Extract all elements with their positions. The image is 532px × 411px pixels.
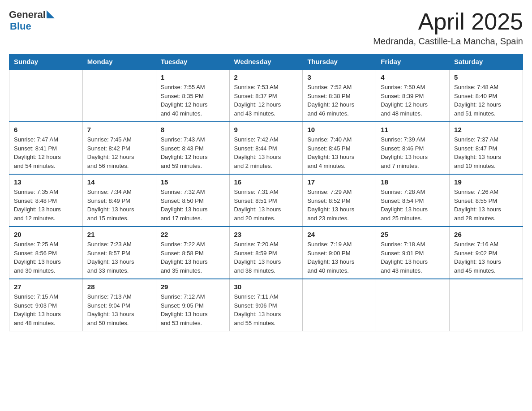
day-info: Sunrise: 7:19 AM Sunset: 9:00 PM Dayligh… (307, 240, 371, 275)
day-info: Sunrise: 7:45 AM Sunset: 8:42 PM Dayligh… (87, 135, 151, 170)
calendar-cell: 17Sunrise: 7:29 AM Sunset: 8:52 PM Dayli… (303, 174, 376, 227)
day-info: Sunrise: 7:28 AM Sunset: 8:54 PM Dayligh… (381, 188, 445, 223)
logo-general: General (9, 9, 46, 21)
calendar-cell: 24Sunrise: 7:19 AM Sunset: 9:00 PM Dayli… (303, 227, 376, 279)
calendar-cell: 25Sunrise: 7:18 AM Sunset: 9:01 PM Dayli… (376, 227, 450, 279)
calendar-cell: 12Sunrise: 7:37 AM Sunset: 8:47 PM Dayli… (450, 122, 523, 174)
day-number: 29 (161, 283, 225, 291)
calendar-cell: 2Sunrise: 7:53 AM Sunset: 8:37 PM Daylig… (229, 69, 303, 122)
day-number: 28 (87, 283, 151, 291)
weekday-header-tuesday: Tuesday (156, 54, 229, 70)
svg-marker-0 (47, 10, 55, 18)
calendar-cell: 4Sunrise: 7:50 AM Sunset: 8:39 PM Daylig… (376, 69, 450, 122)
day-info: Sunrise: 7:39 AM Sunset: 8:46 PM Dayligh… (381, 135, 445, 170)
day-number: 3 (307, 73, 371, 81)
day-number: 30 (234, 283, 298, 291)
weekday-header-monday: Monday (82, 54, 156, 70)
calendar-cell: 23Sunrise: 7:20 AM Sunset: 8:59 PM Dayli… (229, 227, 303, 279)
week-row-5: 27Sunrise: 7:15 AM Sunset: 9:03 PM Dayli… (9, 279, 523, 331)
day-number: 17 (307, 178, 371, 186)
day-number: 13 (14, 178, 78, 186)
calendar-header-row: SundayMondayTuesdayWednesdayThursdayFrid… (9, 54, 523, 70)
calendar-cell: 8Sunrise: 7:43 AM Sunset: 8:43 PM Daylig… (156, 122, 229, 174)
day-info: Sunrise: 7:12 AM Sunset: 9:05 PM Dayligh… (161, 292, 225, 327)
calendar-cell (376, 279, 450, 331)
day-info: Sunrise: 7:26 AM Sunset: 8:55 PM Dayligh… (454, 188, 518, 223)
logo: General Blue (9, 9, 55, 32)
calendar-cell: 28Sunrise: 7:13 AM Sunset: 9:04 PM Dayli… (82, 279, 156, 331)
calendar-cell: 14Sunrise: 7:34 AM Sunset: 8:49 PM Dayli… (82, 174, 156, 227)
day-number: 7 (87, 126, 151, 133)
day-info: Sunrise: 7:16 AM Sunset: 9:02 PM Dayligh… (454, 240, 518, 275)
day-info: Sunrise: 7:52 AM Sunset: 8:38 PM Dayligh… (307, 83, 371, 118)
calendar-cell: 5Sunrise: 7:48 AM Sunset: 8:40 PM Daylig… (450, 69, 523, 122)
week-row-1: 1Sunrise: 7:55 AM Sunset: 8:35 PM Daylig… (9, 69, 523, 122)
calendar-cell: 18Sunrise: 7:28 AM Sunset: 8:54 PM Dayli… (376, 174, 450, 227)
day-info: Sunrise: 7:22 AM Sunset: 8:58 PM Dayligh… (161, 240, 225, 275)
day-info: Sunrise: 7:35 AM Sunset: 8:48 PM Dayligh… (14, 188, 78, 223)
logo-triangle-icon (47, 10, 55, 18)
calendar-cell (82, 69, 156, 122)
calendar-cell: 3Sunrise: 7:52 AM Sunset: 8:38 PM Daylig… (303, 69, 376, 122)
day-number: 24 (307, 231, 371, 238)
day-info: Sunrise: 7:11 AM Sunset: 9:06 PM Dayligh… (234, 292, 298, 327)
page-header: General Blue April 2025 Medranda, Castil… (9, 9, 523, 47)
calendar-cell: 16Sunrise: 7:31 AM Sunset: 8:51 PM Dayli… (229, 174, 303, 227)
day-number: 22 (161, 231, 225, 238)
day-number: 16 (234, 178, 298, 186)
day-number: 15 (161, 178, 225, 186)
weekday-header-sunday: Sunday (9, 54, 83, 70)
day-number: 2 (234, 73, 298, 81)
calendar-cell: 27Sunrise: 7:15 AM Sunset: 9:03 PM Dayli… (9, 279, 83, 331)
day-info: Sunrise: 7:18 AM Sunset: 9:01 PM Dayligh… (381, 240, 445, 275)
calendar-cell: 9Sunrise: 7:42 AM Sunset: 8:44 PM Daylig… (229, 122, 303, 174)
day-number: 8 (161, 126, 225, 133)
calendar-cell: 26Sunrise: 7:16 AM Sunset: 9:02 PM Dayli… (450, 227, 523, 279)
day-number: 1 (161, 73, 225, 81)
day-info: Sunrise: 7:15 AM Sunset: 9:03 PM Dayligh… (14, 292, 78, 327)
calendar-cell (9, 69, 83, 122)
calendar-cell: 29Sunrise: 7:12 AM Sunset: 9:05 PM Dayli… (156, 279, 229, 331)
calendar-cell: 7Sunrise: 7:45 AM Sunset: 8:42 PM Daylig… (82, 122, 156, 174)
weekday-header-friday: Friday (376, 54, 450, 70)
day-number: 18 (381, 178, 445, 186)
day-number: 11 (381, 126, 445, 133)
week-row-4: 20Sunrise: 7:25 AM Sunset: 8:56 PM Dayli… (9, 227, 523, 279)
day-number: 26 (454, 231, 518, 238)
calendar-cell: 21Sunrise: 7:23 AM Sunset: 8:57 PM Dayli… (82, 227, 156, 279)
day-number: 10 (307, 126, 371, 133)
day-info: Sunrise: 7:29 AM Sunset: 8:52 PM Dayligh… (307, 188, 371, 223)
weekday-header-wednesday: Wednesday (229, 54, 303, 70)
logo-blue-text: Blue (10, 21, 31, 32)
location-text: Medranda, Castille-La Mancha, Spain (373, 36, 523, 47)
calendar-cell: 30Sunrise: 7:11 AM Sunset: 9:06 PM Dayli… (229, 279, 303, 331)
day-number: 12 (454, 126, 518, 133)
calendar-cell: 19Sunrise: 7:26 AM Sunset: 8:55 PM Dayli… (450, 174, 523, 227)
calendar-cell: 10Sunrise: 7:40 AM Sunset: 8:45 PM Dayli… (303, 122, 376, 174)
day-number: 23 (234, 231, 298, 238)
calendar-table: SundayMondayTuesdayWednesdayThursdayFrid… (9, 54, 523, 331)
week-row-2: 6Sunrise: 7:47 AM Sunset: 8:41 PM Daylig… (9, 122, 523, 174)
calendar-cell (303, 279, 376, 331)
week-row-3: 13Sunrise: 7:35 AM Sunset: 8:48 PM Dayli… (9, 174, 523, 227)
day-number: 27 (14, 283, 78, 291)
day-number: 5 (454, 73, 518, 81)
weekday-header-saturday: Saturday (450, 54, 523, 70)
day-info: Sunrise: 7:53 AM Sunset: 8:37 PM Dayligh… (234, 83, 298, 118)
day-number: 14 (87, 178, 151, 186)
day-info: Sunrise: 7:23 AM Sunset: 8:57 PM Dayligh… (87, 240, 151, 275)
day-number: 6 (14, 126, 78, 133)
day-info: Sunrise: 7:43 AM Sunset: 8:43 PM Dayligh… (161, 135, 225, 170)
calendar-cell: 20Sunrise: 7:25 AM Sunset: 8:56 PM Dayli… (9, 227, 83, 279)
day-info: Sunrise: 7:25 AM Sunset: 8:56 PM Dayligh… (14, 240, 78, 275)
calendar-cell: 22Sunrise: 7:22 AM Sunset: 8:58 PM Dayli… (156, 227, 229, 279)
day-number: 21 (87, 231, 151, 238)
day-info: Sunrise: 7:34 AM Sunset: 8:49 PM Dayligh… (87, 188, 151, 223)
calendar-cell: 1Sunrise: 7:55 AM Sunset: 8:35 PM Daylig… (156, 69, 229, 122)
day-info: Sunrise: 7:32 AM Sunset: 8:50 PM Dayligh… (161, 188, 225, 223)
day-number: 20 (14, 231, 78, 238)
calendar-cell: 6Sunrise: 7:47 AM Sunset: 8:41 PM Daylig… (9, 122, 83, 174)
day-info: Sunrise: 7:40 AM Sunset: 8:45 PM Dayligh… (307, 135, 371, 170)
day-number: 4 (381, 73, 445, 81)
day-info: Sunrise: 7:37 AM Sunset: 8:47 PM Dayligh… (454, 135, 518, 170)
